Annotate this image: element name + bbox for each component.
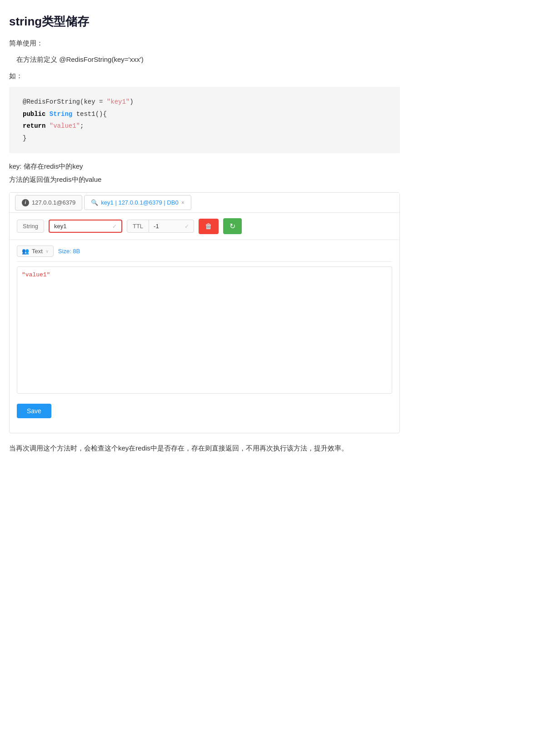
ttl-label: TTL: [127, 220, 149, 232]
code-block: @RedisForString(key = "key1") public Str…: [9, 87, 400, 153]
code-type-string: String: [50, 110, 72, 118]
value-section: 👥 Text ∨ Size: 8B "value1": [10, 240, 399, 394]
code-method-name: test1(){: [72, 110, 107, 118]
ttl-check-icon: ✓: [185, 223, 189, 230]
desc1: 简单使用：: [9, 38, 400, 49]
desc3: 如：: [9, 70, 400, 81]
server-tab[interactable]: i 127.0.0.1@6379: [15, 195, 82, 210]
refresh-button[interactable]: ↻: [223, 218, 242, 234]
key-input[interactable]: [54, 223, 109, 230]
key-desc: key: 储存在redis中的key: [9, 162, 400, 171]
value-toolbar: 👥 Text ∨ Size: 8B: [17, 245, 392, 262]
code-annotation-line1: @RedisForString(key =: [23, 98, 107, 105]
key-tab[interactable]: 🔍 key1 | 127.0.0.1@6379 | DB0 ×: [84, 195, 191, 210]
delete-button[interactable]: 🗑: [199, 219, 219, 234]
value-text: "value1": [22, 271, 50, 278]
page-title: string类型储存: [9, 14, 400, 30]
desc2: 在方法前定义 @RedisForString(key='xxx'): [9, 54, 400, 65]
format-label: Text: [32, 248, 43, 255]
method-desc: 方法的返回值为redis中的value: [9, 175, 400, 184]
save-section: Save: [10, 399, 399, 433]
ttl-input-wrapper[interactable]: ✓: [149, 220, 194, 232]
format-users-icon: 👥: [22, 248, 29, 255]
code-close-brace: }: [23, 135, 26, 142]
ttl-input[interactable]: [154, 223, 181, 230]
chevron-down-icon: ∨: [45, 249, 49, 254]
server-tab-label: 127.0.0.1@6379: [32, 199, 75, 206]
key-input-wrapper[interactable]: ✓: [49, 220, 122, 233]
code-annotation-close: ): [130, 98, 133, 105]
key-tab-search-icon: 🔍: [91, 199, 98, 206]
code-keyword-public: public: [23, 110, 50, 118]
code-keyword-return: return: [23, 122, 50, 130]
code-semicolon: ;: [80, 122, 84, 130]
key-tab-label: key1 | 127.0.0.1@6379 | DB0: [101, 199, 178, 206]
check-icon: ✓: [112, 223, 117, 230]
info-icon: i: [22, 199, 29, 206]
redis-panel: i 127.0.0.1@6379 🔍 key1 | 127.0.0.1@6379…: [9, 192, 400, 433]
format-selector[interactable]: 👥 Text ∨: [17, 245, 54, 257]
ttl-group: TTL ✓: [127, 220, 194, 233]
key-toolbar: String ✓ TTL ✓ 🗑 ↻: [10, 213, 399, 240]
key-tab-close[interactable]: ×: [181, 200, 185, 206]
type-badge: String: [17, 220, 44, 233]
value-textarea-wrapper[interactable]: "value1": [17, 266, 392, 394]
size-label: Size: 8B: [58, 248, 80, 255]
footer-text: 当再次调用这个方法时，会检查这个key在redis中是否存在，存在则直接返回，不…: [9, 442, 400, 454]
save-button[interactable]: Save: [17, 404, 51, 418]
tab-bar: i 127.0.0.1@6379 🔍 key1 | 127.0.0.1@6379…: [10, 193, 399, 213]
code-string-value1: "value1": [50, 122, 80, 130]
code-string-key1: "key1": [107, 98, 130, 105]
